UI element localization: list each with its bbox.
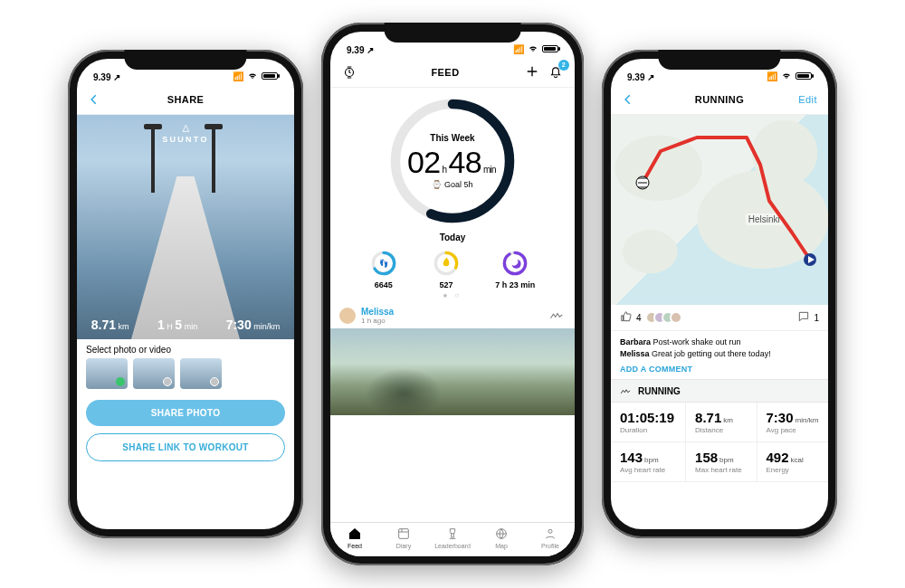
post-author[interactable]: Melissa (361, 307, 394, 317)
social-row: 4 1 (611, 305, 828, 331)
svg-marker-0 (183, 125, 189, 131)
ring-value: 02h48min (407, 145, 498, 180)
thumbnail[interactable] (86, 358, 128, 389)
tab-profile[interactable]: Profile (526, 526, 575, 549)
notch (124, 50, 246, 70)
tab-leaderboard[interactable]: Leaderboard (428, 526, 477, 549)
phone-share: 9.39 ↗ 📶 SHARE SUUNTO (68, 50, 303, 538)
tab-diary[interactable]: Diary (379, 526, 428, 549)
battery-icon (795, 72, 812, 80)
edit-button[interactable]: Edit (786, 94, 817, 105)
wifi-icon (528, 43, 538, 55)
metric-steps[interactable]: 👣 6645 (370, 250, 397, 289)
signal-icon: 📶 (513, 44, 524, 54)
nav-bar: FEED 2 (330, 57, 575, 88)
metric-energy: 492kcalEnergy (757, 442, 828, 482)
comment-count: 1 (814, 313, 819, 323)
phone-feed: 9.39 ↗ 📶 FEED 2 (321, 23, 584, 565)
comments: Barbara Post-work shake out run Melissa … (611, 331, 828, 365)
like-button[interactable] (620, 310, 633, 325)
add-comment-button[interactable]: ADD A COMMENT (611, 365, 828, 379)
tab-bar: Feed Diary Leaderboard Map Profile (330, 522, 575, 556)
share-photo: SUUNTO 8.71 km 1 H 5 min 7:30 min/km (77, 115, 294, 339)
notch (658, 50, 780, 70)
liker-avatars[interactable] (645, 311, 682, 324)
activity-type-icon (549, 308, 566, 323)
battery-icon (262, 72, 278, 80)
nav-bar: RUNNING Edit (611, 84, 828, 115)
route-map[interactable]: Helsinki (611, 115, 828, 305)
metric-duration: 01:05:19Duration (611, 403, 686, 442)
like-count: 4 (636, 313, 642, 323)
wifi-icon (781, 70, 792, 82)
comment-icon[interactable] (797, 310, 810, 325)
feed-post[interactable]: Melissa 1 h ago (330, 303, 575, 415)
avatar[interactable] (339, 308, 356, 324)
metric-sleep[interactable]: 7 h 23 min (495, 250, 535, 289)
notifications-button[interactable]: 2 (548, 63, 564, 81)
phone-running: 9.39 ↗ 📶 RUNNING Edit Helsinki (602, 50, 837, 538)
signal-icon: 📶 (767, 71, 777, 81)
share-photo-button[interactable]: SHARE PHOTO (86, 400, 285, 426)
tab-map[interactable]: Map (477, 526, 526, 549)
notch (385, 23, 521, 43)
share-link-button[interactable]: SHARE LINK TO WORKOUT (86, 433, 285, 461)
metric-distance: 8.71kmDistance (686, 403, 757, 442)
status-time: 9.39 ↗ (347, 45, 374, 55)
overlay-stats: 8.71 km 1 H 5 min 7:30 min/km (77, 318, 294, 332)
weekly-ring[interactable]: This Week 02h48min ⌚ Goal 5h (385, 93, 520, 229)
svg-text:👣: 👣 (379, 259, 389, 269)
today-metrics: 👣 6645 527 7 h 23 min (330, 242, 575, 291)
post-time: 1 h ago (361, 317, 394, 325)
selector-label: Select photo or video (77, 339, 294, 358)
page-title: RUNNING (653, 94, 786, 105)
svg-rect-11 (399, 529, 409, 539)
signal-icon: 📶 (233, 71, 243, 81)
wifi-icon (247, 70, 258, 82)
svg-point-13 (548, 529, 552, 533)
today-label: Today (330, 232, 575, 242)
svg-point-10 (505, 252, 526, 273)
thumbnail[interactable] (180, 358, 222, 389)
post-image[interactable] (330, 328, 575, 415)
back-button[interactable] (622, 93, 653, 106)
ring-goal: ⌚ Goal 5h (432, 180, 472, 189)
status-time: 9.39 ↗ (93, 72, 120, 82)
battery-icon (542, 45, 558, 52)
metrics-grid: 01:05:19Duration 8.71kmDistance 7:30min/… (611, 403, 828, 482)
notification-badge: 2 (558, 60, 569, 71)
ring-label: This Week (430, 133, 474, 143)
photo-selector (77, 358, 294, 396)
nav-bar: SHARE (77, 84, 294, 115)
back-button[interactable] (88, 93, 119, 106)
add-button[interactable] (524, 63, 540, 81)
brand-watermark: SUUNTO (162, 124, 208, 144)
page-dots[interactable]: ● ○ (330, 291, 575, 299)
metric-avg-pace: 7:30min/kmAvg pace (757, 403, 828, 442)
watch-icon[interactable] (341, 64, 372, 81)
metric-avg-hr: 143bpmAvg heart rate (611, 442, 686, 482)
metric-calories[interactable]: 527 (433, 250, 460, 289)
metric-max-hr: 158bpmMax heart rate (686, 442, 757, 482)
tab-feed[interactable]: Feed (330, 526, 379, 549)
activity-section-header: RUNNING (611, 379, 828, 403)
page-title: FEED (372, 67, 519, 78)
thumbnail[interactable] (133, 358, 175, 389)
status-time: 9.39 ↗ (627, 72, 654, 82)
page-title: SHARE (119, 94, 252, 105)
